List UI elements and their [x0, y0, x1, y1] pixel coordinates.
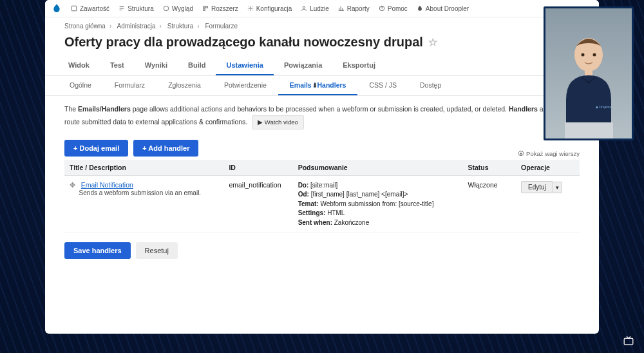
svg-rect-13	[565, 122, 613, 138]
col-id: ID	[223, 160, 292, 176]
nav-ludzie[interactable]: Ludzie	[301, 5, 328, 12]
handler-title-link[interactable]: Email Notification	[81, 181, 133, 189]
nav-struktura[interactable]: Struktura	[118, 5, 154, 12]
ops-dropdown-icon[interactable]: ▾	[553, 182, 562, 193]
nav-about-droopler[interactable]: About Droopler	[417, 5, 469, 12]
add-email-button[interactable]: + Dodaj email	[64, 140, 128, 157]
svg-point-10	[582, 53, 585, 57]
subtab-css-js[interactable]: CSS / JS	[357, 76, 408, 95]
tab-ustawienia[interactable]: Ustawienia	[216, 56, 273, 75]
tab-eksportuj[interactable]: Eksportuj	[332, 56, 386, 75]
nav-konfiguracja[interactable]: Konfiguracja	[247, 5, 292, 12]
tab-build[interactable]: Build	[178, 56, 216, 75]
subtab-zgloszenia[interactable]: Zgłoszenia	[156, 76, 213, 95]
subtab-formularz[interactable]: Formularz	[103, 76, 156, 95]
nav-pomoc[interactable]: Pomoc	[379, 5, 408, 12]
breadcrumb-item[interactable]: Formularze	[205, 23, 238, 30]
table-row: ✥ Email Notification Sends a webform sub…	[64, 175, 580, 233]
star-icon[interactable]: ☆	[428, 36, 437, 48]
primary-tabs: Widok Test Wyniki Build Ustawienia Powią…	[45, 56, 599, 76]
breadcrumb-item[interactable]: Strona główna	[64, 23, 106, 30]
drag-handle-icon[interactable]: ✥	[70, 181, 75, 189]
tab-widok[interactable]: Widok	[58, 56, 100, 75]
tab-powiazania[interactable]: Powiązania	[274, 56, 332, 75]
tab-test[interactable]: Test	[100, 56, 135, 75]
svg-point-5	[249, 8, 251, 10]
drupal-logo-icon[interactable]	[52, 2, 62, 15]
handler-status: Włączone	[463, 175, 516, 233]
add-handler-button[interactable]: + Add handler	[133, 140, 198, 157]
webcam-overlay: ◆ Droptica	[544, 6, 634, 140]
breadcrumb-item[interactable]: Administracja	[117, 23, 156, 30]
subtab-dostep[interactable]: Dostęp	[408, 76, 453, 95]
svg-point-11	[593, 53, 596, 57]
col-ops: Operacje	[516, 160, 580, 176]
nav-wyglad[interactable]: Wygląd	[163, 5, 193, 12]
page-title: Oferty pracy dla prowadzącego kanału now…	[45, 32, 599, 56]
svg-rect-16	[624, 338, 633, 345]
col-title: Title / Description	[64, 160, 223, 176]
help-text: The Emails/Handlers page allows addition…	[64, 104, 580, 129]
col-summary: Podsumowanie	[293, 160, 463, 176]
subtab-potwierdzenie[interactable]: Potwierdzenie	[213, 76, 278, 95]
tv-icon	[622, 335, 635, 348]
secondary-tabs: Ogólne Formularz Zgłoszenia Potwierdzeni…	[45, 76, 599, 96]
nav-raporty[interactable]: Raporty	[338, 5, 370, 12]
save-handlers-button[interactable]: Save handlers	[64, 242, 131, 259]
breadcrumb-item[interactable]: Struktura	[167, 23, 194, 30]
handler-description: Sends a webform submission via an email.	[79, 189, 202, 196]
reset-button[interactable]: Resetuj	[136, 242, 178, 259]
presenter-avatar: ◆ Droptica	[553, 23, 624, 138]
svg-rect-2	[204, 6, 205, 8]
subtab-ogolne[interactable]: Ogólne	[58, 76, 103, 95]
svg-rect-12	[585, 70, 592, 76]
nav-rozszerz[interactable]: Rozszerz	[202, 5, 238, 12]
svg-point-6	[303, 6, 305, 8]
admin-toolbar: Zawartość Struktura Wygląd Rozszerz Konf…	[45, 0, 599, 17]
subtab-emails-handlers[interactable]: Emails / Handlers	[278, 76, 358, 95]
svg-text:◆ Droptica: ◆ Droptica	[596, 105, 611, 109]
watch-video-button[interactable]: ▶ Watch video	[252, 115, 304, 129]
handlers-table: Title / Description ID Podsumowanie Stat…	[64, 160, 580, 234]
svg-rect-3	[206, 6, 208, 8]
tab-wyniki[interactable]: Wyniki	[135, 56, 178, 75]
col-status: Status	[463, 160, 516, 176]
nav-zawartosc[interactable]: Zawartość	[71, 5, 109, 12]
breadcrumb: Strona główna› Administracja› Struktura›…	[45, 17, 599, 32]
svg-rect-0	[71, 6, 77, 11]
svg-rect-4	[204, 9, 205, 10]
edit-button[interactable]: Edytuj	[521, 181, 553, 193]
handler-id: email_notification	[223, 175, 292, 233]
svg-point-1	[164, 6, 169, 11]
